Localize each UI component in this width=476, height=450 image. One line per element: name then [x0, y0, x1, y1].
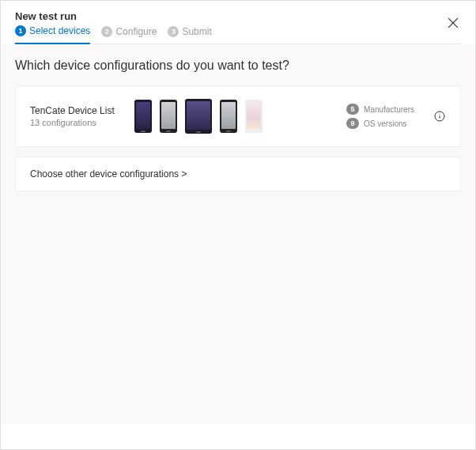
- stat-pill: 9: [346, 118, 359, 129]
- device-thumbnail: [245, 100, 263, 133]
- device-thumbnail: [185, 99, 212, 134]
- svg-point-4: [439, 114, 440, 115]
- device-list-name: TenCate Device List: [30, 105, 125, 116]
- stat-manufacturers: 5 Manufacturers: [346, 104, 414, 115]
- content-area: Which device configurations do you want …: [1, 44, 475, 424]
- step-label: Select devices: [29, 25, 90, 36]
- step-label: Submit: [182, 26, 211, 37]
- step-submit[interactable]: 3 Submit: [168, 26, 211, 43]
- device-thumbnail: [220, 100, 237, 133]
- step-configure[interactable]: 2 Configure: [101, 26, 157, 43]
- step-label: Configure: [115, 26, 157, 37]
- device-list-info: TenCate Device List 13 configurations: [30, 105, 125, 127]
- stat-pill: 5: [346, 104, 359, 115]
- step-tabs: 1 Select devices 2 Configure 3 Submit: [15, 25, 461, 44]
- choose-other-label: Choose other device configurations >: [30, 168, 187, 180]
- stat-label: OS versions: [364, 119, 406, 128]
- choose-other-configurations[interactable]: Choose other device configurations >: [15, 157, 461, 191]
- info-button[interactable]: [433, 110, 446, 123]
- device-stats: 5 Manufacturers 9 OS versions: [346, 104, 414, 129]
- step-number: 3: [168, 26, 179, 37]
- question-heading: Which device configurations do you want …: [15, 59, 461, 73]
- step-select-devices[interactable]: 1 Select devices: [15, 25, 90, 44]
- device-thumbnails: [134, 99, 337, 134]
- step-number: 2: [101, 26, 112, 37]
- info-icon: [433, 110, 446, 123]
- page-title: New test run: [15, 10, 461, 22]
- stat-os-versions: 9 OS versions: [346, 118, 414, 129]
- stat-label: Manufacturers: [364, 105, 414, 114]
- device-thumbnail: [134, 100, 152, 133]
- device-thumbnail: [160, 100, 177, 133]
- device-list-count: 13 configurations: [30, 118, 125, 127]
- device-list-card[interactable]: TenCate Device List 13 configurations 5 …: [15, 85, 461, 147]
- step-number: 1: [15, 25, 26, 36]
